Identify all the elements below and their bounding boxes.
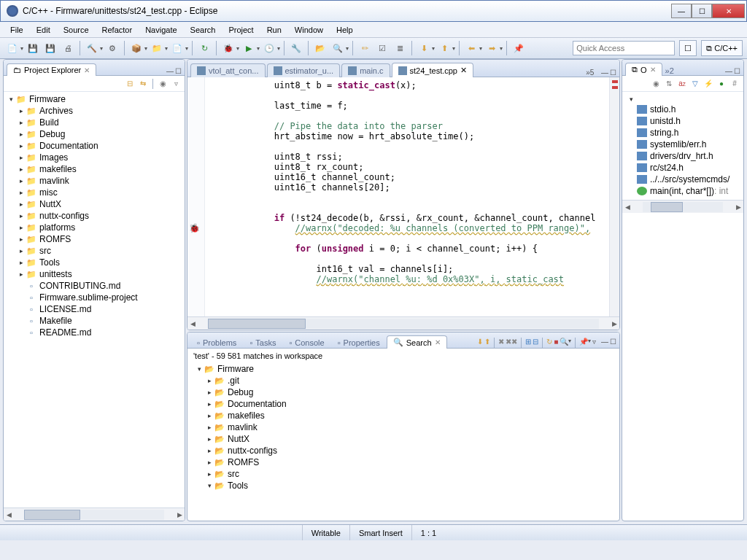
hide-static-icon[interactable]: ⚡ [703,78,714,90]
tree-item[interactable]: ▸📂Debug [193,386,614,398]
new-folder-icon[interactable]: 📁 [149,40,165,56]
editor-tab[interactable]: main.c [341,63,390,77]
new-class-icon[interactable]: 📦 [128,40,144,56]
tree-item[interactable]: ▸📂.git [193,375,614,386]
view-menu-icon[interactable]: ▿ [170,78,182,90]
tree-item[interactable]: ▫README.md [5,327,183,338]
tree-item[interactable]: ▸📁misc [5,187,183,198]
maximize-editor-icon[interactable]: ☐ [610,69,616,77]
outline-include[interactable]: string.h [625,127,740,139]
tree-item[interactable]: ▸📁unittests [5,268,183,280]
tree-item[interactable]: ▸📂mavlink [193,421,614,433]
close-icon[interactable]: ✕ [650,66,656,74]
build-icon[interactable]: 🔨 [84,40,100,56]
tree-item[interactable]: ▸📁makefiles [5,163,183,175]
new-icon[interactable]: 📄 [4,40,20,56]
tree-toggle-icon[interactable]: ▸ [17,119,26,126]
close-icon[interactable]: ✕ [435,338,441,346]
tree-item[interactable]: ▾📂Firmware [193,363,614,375]
tree-toggle-icon[interactable]: ▸ [205,459,214,466]
outline-more-tabs[interactable]: »2 [665,66,674,75]
menu-refactor[interactable]: Refactor [96,24,139,36]
tree-toggle-icon[interactable]: ▸ [17,142,26,149]
new-file-icon[interactable]: 📄 [169,40,185,56]
tree-item[interactable]: ▸📁Archives [5,105,183,117]
refresh-icon[interactable]: ↻ [196,40,212,56]
bottom-tab-problems[interactable]: ▫Problems [190,336,243,349]
next-match-icon[interactable]: ⬇ [477,338,483,348]
print-icon[interactable]: 🖨 [60,40,76,56]
tree-item[interactable]: ▸📂src [193,468,614,480]
tree-item[interactable]: ▸📁src [5,245,183,257]
tree-item[interactable]: ▸📁ROMFS [5,233,183,245]
view-menu-search-icon[interactable]: ▿ [592,338,596,348]
expand-all-icon[interactable]: ⊞ [525,338,531,348]
project-hscrollbar[interactable]: ◀ ▶ [4,508,185,521]
tree-toggle-icon[interactable]: ▾ [627,96,635,103]
outline-include[interactable]: ../../src/systemcmds/ [625,174,740,185]
maximize-button[interactable]: ☐ [692,4,712,18]
pin-search-icon[interactable]: 📌 [579,338,588,348]
hide-fields-icon[interactable]: ▽ [689,78,701,90]
open-type-icon[interactable]: 📂 [312,40,328,56]
tree-item[interactable]: ▸📁Documentation [5,140,183,152]
menu-search[interactable]: Search [185,24,222,36]
cancel-search-icon[interactable]: ■ [554,338,558,348]
outline-include[interactable]: drivers/drv_hrt.h [625,150,740,162]
tree-item[interactable]: ▸📁platforms [5,222,183,233]
editor-tab[interactable]: vtol_att_con... [190,63,266,77]
tree-item[interactable]: ▸📁mavlink [5,175,183,187]
minimize-bottom-icon[interactable]: — [601,338,608,348]
outline-include[interactable]: systemlib/err.h [625,139,740,150]
tree-toggle-icon[interactable]: ▾ [195,365,204,373]
tree-item[interactable]: ▸📁Debug [5,128,183,140]
outline-hscrollbar[interactable]: ◀ ▶ [622,200,743,213]
tree-toggle-icon[interactable]: ▾ [205,482,214,489]
tree-item[interactable]: ▸📁NuttX [5,198,183,210]
tree-toggle-icon[interactable]: ▸ [17,107,26,114]
external-tools-icon[interactable]: 🔧 [288,40,304,56]
hide-nonpublic-icon[interactable]: ● [716,78,727,90]
menu-source[interactable]: Source [58,24,95,36]
open-perspective-button[interactable]: ☐ [679,40,697,56]
az-icon[interactable]: az [676,78,688,90]
tree-toggle-icon[interactable]: ▸ [17,201,26,208]
outline-include[interactable]: stdio.h [625,104,740,115]
search-icon[interactable]: 🔍 [330,40,346,56]
tree-toggle-icon[interactable]: ▸ [205,435,214,443]
tree-item[interactable]: ▸📁Images [5,152,183,163]
menu-help[interactable]: Help [330,24,359,36]
tree-toggle-icon[interactable]: ▸ [205,424,214,431]
tree-toggle-icon[interactable]: ▸ [17,271,26,278]
remove-all-icon[interactable]: ✖✖ [506,338,517,348]
back-icon[interactable]: ⬅ [463,40,479,56]
tree-toggle-icon[interactable]: ▸ [205,377,214,384]
outline-icon[interactable]: ≣ [392,40,408,56]
group-includes-icon[interactable]: # [729,78,740,90]
project-explorer-tab[interactable]: 🗀 Project Explorer ✕ [7,63,96,76]
close-icon[interactable]: ✕ [460,66,467,75]
prev-annotation-icon[interactable]: ⬆ [436,40,452,56]
menu-window[interactable]: Window [289,24,329,36]
editor-hscrollbar[interactable]: ◀ ▶ [187,316,619,330]
close-button[interactable]: ✕ [712,4,745,18]
tree-toggle-icon[interactable]: ▸ [17,247,26,254]
sort-icon[interactable]: ⇅ [663,78,675,90]
tree-item[interactable]: ▫CONTRIBUTING.md [5,280,183,292]
focus-icon[interactable]: ◉ [650,78,662,90]
history-icon[interactable]: 🔍 [560,338,568,348]
editor-tab[interactable]: st24_test.cpp✕ [392,63,473,77]
tree-toggle-icon[interactable]: ▸ [17,166,26,173]
tree-item[interactable]: ▸📁Build [5,117,183,128]
tree-toggle-icon[interactable]: ▸ [17,189,26,196]
tree-item[interactable]: ▫Makefile [5,315,183,327]
tree-item[interactable]: ▸📂ROMFS [193,456,614,468]
link-editor-icon[interactable]: ⇆ [137,78,149,90]
tree-toggle-icon[interactable]: ▸ [17,131,26,138]
outline-function[interactable]: main(int, char*[]) : int [625,185,740,197]
remove-match-icon[interactable]: ✖ [498,338,504,348]
tree-toggle-icon[interactable]: ▸ [17,259,26,266]
maximize-bottom-icon[interactable]: ☐ [610,338,616,348]
tree-toggle-icon[interactable]: ▸ [17,236,26,243]
bottom-tab-search[interactable]: 🔍Search✕ [387,335,447,349]
